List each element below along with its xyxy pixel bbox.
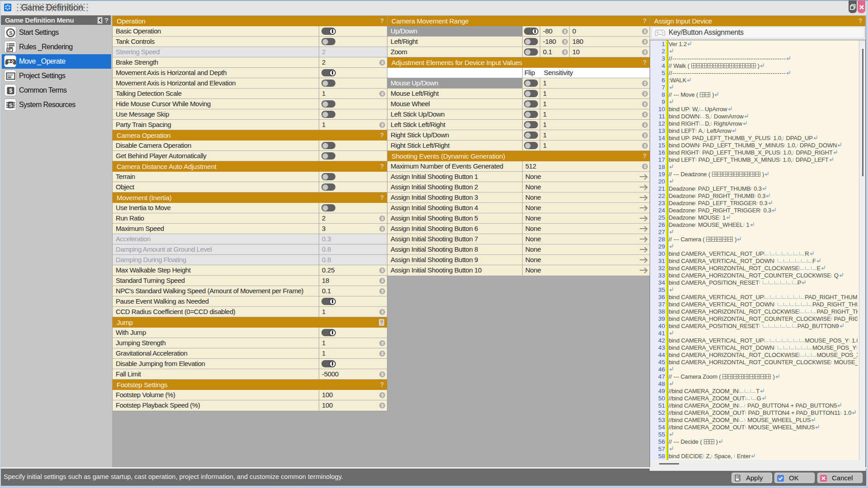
svg-text:S: S (9, 103, 13, 108)
svg-text:S: S (9, 30, 12, 36)
